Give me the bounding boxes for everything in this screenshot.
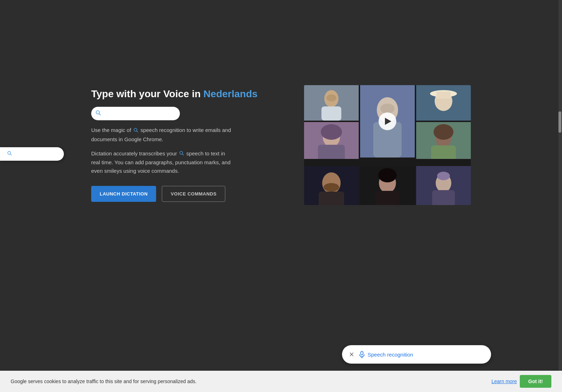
- photo-cell-6: [304, 166, 359, 205]
- svg-point-32: [378, 168, 397, 182]
- photo-cell-5: [416, 122, 471, 159]
- speech-icon-container: Speech recognition: [358, 351, 413, 358]
- svg-point-13: [380, 104, 395, 114]
- photo-cell-4: [304, 122, 359, 159]
- search-input[interactable]: [91, 107, 180, 120]
- person-illustration-8: [416, 166, 471, 205]
- photo-grid: [304, 85, 471, 205]
- left-panel: Type with your Voice in Nederlands Use t…: [91, 88, 276, 201]
- page-title: Type with your Voice in Nederlands: [91, 88, 276, 100]
- svg-point-24: [434, 124, 453, 140]
- photo-cell-1: [304, 85, 359, 121]
- title-plain: Type with your Voice in: [91, 88, 203, 99]
- floating-search-icon: [7, 151, 12, 157]
- description2: Dictation accurately transcribes your sp…: [91, 149, 233, 175]
- search-bar-container: [91, 107, 276, 120]
- svg-point-9: [326, 94, 336, 101]
- got-it-button[interactable]: Got it!: [520, 375, 551, 388]
- person-illustration-1: [304, 85, 359, 121]
- svg-rect-29: [319, 192, 344, 205]
- svg-point-36: [437, 172, 450, 180]
- svg-line-5: [182, 154, 184, 155]
- svg-rect-17: [436, 92, 451, 99]
- right-panel: [304, 85, 471, 205]
- svg-rect-33: [375, 191, 400, 205]
- svg-point-20: [321, 124, 342, 140]
- svg-point-2: [134, 128, 137, 131]
- page-background: Type with your Voice in Nederlands Use t…: [0, 0, 562, 392]
- svg-rect-42: [361, 352, 363, 355]
- learn-more-link[interactable]: Learn more: [491, 379, 517, 384]
- buttons-row: LAUNCH DICTATION VOICE COMMANDS: [91, 186, 276, 202]
- speech-recognition-popup: Speech recognition: [342, 345, 491, 364]
- speech-close-button[interactable]: [349, 352, 354, 357]
- floating-search-bar: [0, 147, 64, 161]
- photo-cell-8: [416, 166, 471, 205]
- svg-line-1: [99, 114, 101, 115]
- svg-point-38: [8, 151, 11, 154]
- svg-rect-25: [431, 145, 456, 159]
- play-button[interactable]: [379, 112, 396, 130]
- svg-point-0: [96, 111, 99, 114]
- person-illustration-5: [416, 122, 471, 159]
- svg-rect-21: [318, 145, 345, 159]
- svg-point-4: [180, 151, 183, 154]
- photo-cell-center: [360, 85, 415, 158]
- voice-commands-button[interactable]: VOICE COMMANDS: [162, 186, 225, 202]
- svg-rect-37: [432, 190, 455, 205]
- photo-cell-3: [416, 85, 471, 121]
- person-illustration-7: [360, 166, 415, 205]
- scrollbar[interactable]: [558, 0, 562, 371]
- play-triangle-icon: [385, 118, 391, 125]
- scrollbar-thumb: [558, 111, 561, 133]
- title-lang: Nederlands: [203, 88, 258, 99]
- photo-cell-7: [360, 166, 415, 205]
- cookie-message: Google serves cookies to analyze traffic…: [11, 379, 489, 384]
- svg-line-39: [10, 154, 12, 155]
- microphone-icon: [358, 351, 365, 358]
- person-illustration-6: [304, 166, 359, 205]
- svg-point-28: [324, 183, 339, 192]
- person-illustration-3: [416, 85, 471, 121]
- main-content: Type with your Voice in Nederlands Use t…: [0, 0, 562, 205]
- speech-popup-text: Speech recognition: [368, 352, 413, 358]
- svg-rect-8: [321, 106, 341, 121]
- search-icon: [95, 110, 101, 117]
- person-illustration-4: [304, 122, 359, 159]
- description1: Use the magic of speech recognition to w…: [91, 126, 233, 143]
- launch-dictation-button[interactable]: LAUNCH DICTATION: [91, 186, 156, 202]
- svg-line-3: [136, 131, 138, 132]
- cookie-bar: Google serves cookies to analyze traffic…: [0, 371, 562, 392]
